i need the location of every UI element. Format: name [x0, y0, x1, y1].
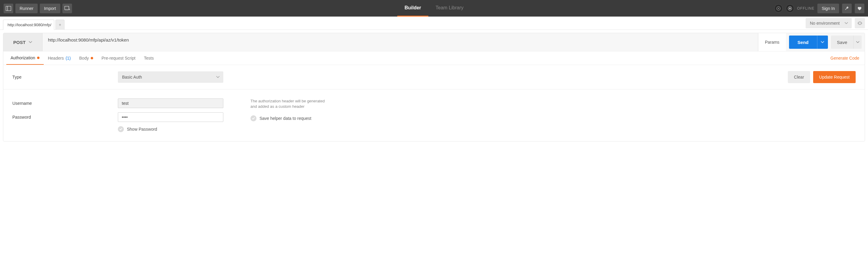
- chevron-down-icon: [29, 41, 32, 43]
- username-input[interactable]: [118, 98, 223, 108]
- svg-text:+: +: [69, 8, 70, 11]
- password-input[interactable]: [118, 112, 223, 122]
- subtab-label: Headers: [48, 56, 64, 61]
- clear-button[interactable]: Clear: [788, 71, 810, 83]
- chevron-down-icon: [844, 22, 848, 24]
- send-dropdown[interactable]: [817, 36, 828, 49]
- save-dropdown[interactable]: [853, 36, 862, 49]
- subtab-body[interactable]: Body: [75, 52, 97, 65]
- panel-icon: [6, 6, 11, 11]
- new-window-button[interactable]: +: [62, 4, 72, 13]
- wrench-icon: [844, 6, 849, 11]
- generate-code-link[interactable]: Generate Code: [830, 56, 862, 61]
- svg-point-7: [789, 7, 791, 9]
- plus-icon: +: [59, 22, 61, 27]
- params-button[interactable]: Params: [758, 33, 786, 51]
- sync-status-icon[interactable]: [786, 4, 794, 13]
- save-button[interactable]: Save: [831, 36, 853, 49]
- username-label: Username: [12, 101, 118, 106]
- update-request-button[interactable]: Update Request: [813, 71, 856, 83]
- subtab-prerequest[interactable]: Pre-request Script: [97, 52, 140, 65]
- check-icon: [119, 128, 122, 130]
- svg-rect-0: [6, 6, 11, 10]
- new-window-icon: +: [64, 6, 70, 11]
- favorite-button[interactable]: [855, 4, 864, 13]
- request-tab[interactable]: http://localhost:9080/mfp/: [3, 20, 54, 30]
- runner-button[interactable]: Runner: [16, 4, 38, 13]
- indicator-dot-icon: [37, 57, 39, 59]
- indicator-dot-icon: [91, 57, 93, 59]
- settings-button[interactable]: [842, 4, 852, 13]
- subtab-tests[interactable]: Tests: [140, 52, 158, 65]
- add-tab-button[interactable]: +: [56, 20, 64, 30]
- chevron-down-icon: [856, 41, 860, 43]
- show-password-label: Show Password: [127, 127, 157, 132]
- import-button[interactable]: Import: [40, 4, 60, 13]
- environment-preview-button[interactable]: [855, 18, 865, 28]
- save-helper-label: Save helper data to request: [259, 116, 311, 121]
- subtab-headers[interactable]: Headers (1): [44, 52, 75, 65]
- save-helper-checkbox[interactable]: [250, 115, 256, 121]
- heart-icon: [857, 6, 862, 11]
- offline-label: OFFLINE: [797, 6, 815, 10]
- environment-select-label: No environment: [810, 21, 840, 26]
- tab-team-library[interactable]: Team Library: [428, 0, 470, 16]
- tab-builder[interactable]: Builder: [397, 0, 428, 16]
- method-select[interactable]: POST: [3, 33, 42, 51]
- send-button[interactable]: Send: [789, 36, 817, 49]
- password-label: Password: [12, 115, 118, 120]
- toggle-sidebar-button[interactable]: [4, 4, 13, 13]
- eye-icon: [857, 22, 863, 25]
- auth-type-value: Basic Auth: [122, 75, 142, 79]
- environment-select[interactable]: No environment: [806, 18, 852, 28]
- auth-type-label: Type: [12, 75, 118, 79]
- chevron-down-icon: [821, 41, 824, 43]
- subtab-label: Authorization: [10, 56, 35, 60]
- url-input[interactable]: [42, 33, 758, 46]
- check-icon: [252, 117, 255, 120]
- svg-rect-2: [64, 6, 69, 10]
- sign-in-button[interactable]: Sign In: [817, 4, 839, 13]
- auth-type-select[interactable]: Basic Auth: [118, 71, 223, 83]
- show-password-checkbox[interactable]: [118, 126, 124, 132]
- subtab-authorization[interactable]: Authorization: [6, 52, 44, 65]
- headers-count: (1): [66, 56, 71, 61]
- interceptor-icon[interactable]: [774, 4, 783, 13]
- method-label: POST: [13, 40, 26, 45]
- svg-point-5: [778, 8, 779, 9]
- auth-hint: The authorization header will be generat…: [250, 98, 329, 109]
- chevron-down-icon: [216, 76, 220, 78]
- subtab-label: Body: [79, 56, 89, 61]
